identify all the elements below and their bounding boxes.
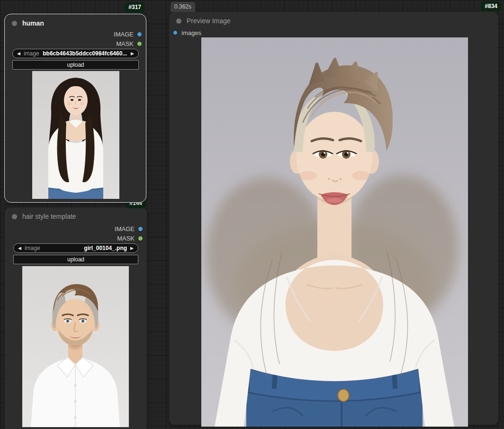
node-title-bar[interactable]: human [5, 14, 146, 28]
input-row-images: images [173, 29, 201, 36]
image-combo-widget[interactable]: ◀ image bb6cb4643b5ddcc0984fc6460... ▶ [12, 49, 139, 58]
node-id-badge: #317 [125, 2, 145, 12]
preview-result-image [201, 37, 468, 427]
collapse-dot-icon[interactable] [176, 18, 181, 24]
upload-button[interactable]: upload [12, 60, 139, 70]
output-row-image: IMAGE [115, 225, 143, 232]
prev-arrow-icon[interactable]: ◀ [18, 246, 21, 250]
hair-template-image [22, 266, 129, 427]
node-title-bar[interactable]: Preview Image [169, 12, 498, 26]
collapse-dot-icon[interactable] [12, 21, 17, 26]
input-label: images [181, 29, 201, 36]
node-graph-canvas[interactable]: #144 hair style template IMAGE MASK ◀ im… [0, 0, 504, 429]
output-label: MASK [116, 40, 134, 47]
node-hair-style-template[interactable]: #144 hair style template IMAGE MASK ◀ im… [5, 207, 147, 429]
output-label: MASK [117, 235, 135, 242]
next-arrow-icon[interactable]: ▶ [131, 52, 134, 56]
mask-output-slot[interactable] [138, 236, 143, 241]
node-id-badge: #834 [481, 1, 501, 11]
image-combo-widget[interactable]: ◀ image girl_00104_.png ▶ [13, 243, 138, 253]
prev-arrow-icon[interactable]: ◀ [17, 52, 20, 56]
node-title: hair style template [22, 213, 76, 220]
output-label: IMAGE [115, 225, 135, 232]
execution-time-badge: 0.362s [171, 2, 195, 12]
combo-value: girl_00104_.png [44, 245, 127, 251]
output-row-mask: MASK [116, 40, 142, 47]
output-row-mask: MASK [117, 234, 143, 242]
next-arrow-icon[interactable]: ▶ [130, 246, 134, 250]
output-row-image: IMAGE [114, 30, 142, 38]
node-title: human [22, 19, 44, 27]
node-title: Preview Image [187, 17, 231, 25]
node-title-bar[interactable]: hair style template [5, 207, 147, 222]
combo-value: bb6cb4643b5ddcc0984fc6460... [43, 50, 127, 57]
image-output-slot[interactable] [137, 32, 142, 37]
output-label: IMAGE [114, 31, 134, 38]
image-output-slot[interactable] [138, 226, 143, 232]
mask-output-slot[interactable] [137, 41, 142, 46]
human-image [32, 71, 119, 199]
node-human[interactable]: #317 human IMAGE MASK ◀ image bb6cb4643b… [4, 14, 146, 203]
upload-button[interactable]: upload [13, 255, 138, 264]
collapse-dot-icon[interactable] [12, 214, 17, 219]
combo-label: image [24, 50, 39, 57]
images-input-slot[interactable] [173, 30, 178, 35]
combo-label: image [25, 245, 40, 251]
node-preview-image[interactable]: 0.362s #834 Preview Image images [169, 12, 498, 425]
